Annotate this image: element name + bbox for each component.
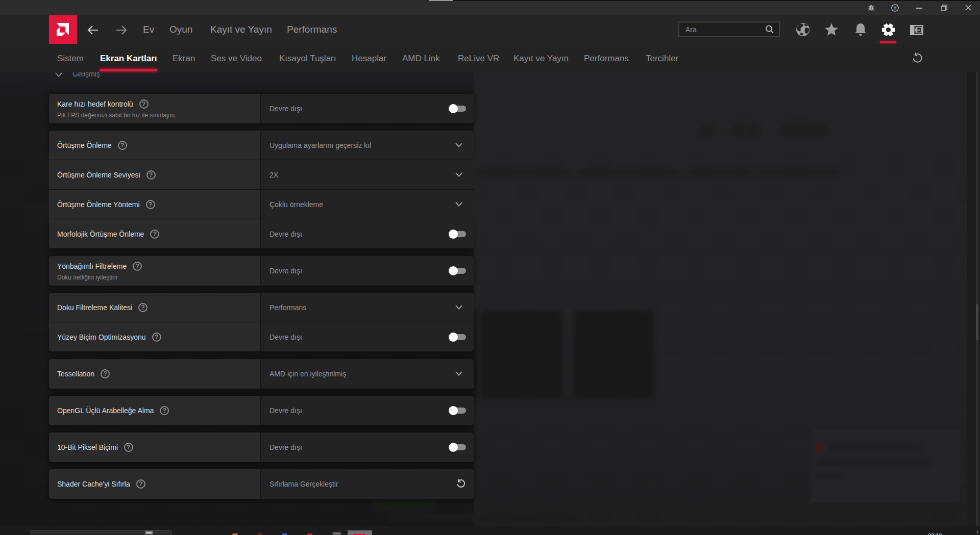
svg-text:?: ? [894,5,897,11]
